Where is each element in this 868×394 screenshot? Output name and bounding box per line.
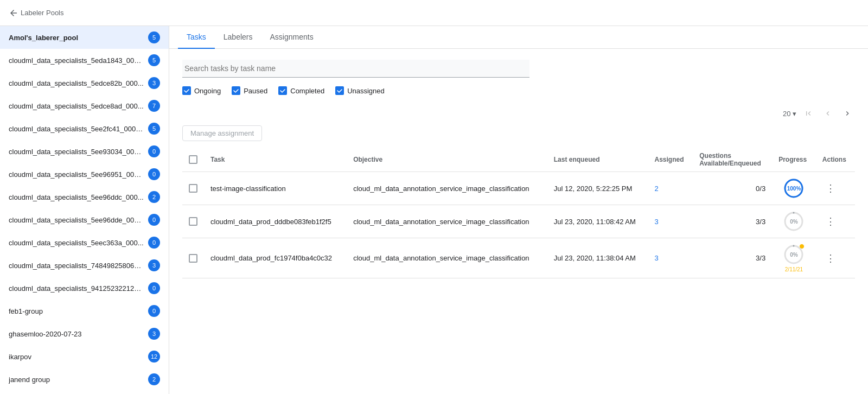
sidebar-item-badge: 0	[148, 214, 160, 226]
sidebar-item-badge: 0	[148, 145, 160, 157]
first-page-button[interactable]	[801, 106, 816, 121]
content-area: TasksLabelersAssignments Ongoing Paused …	[169, 26, 868, 394]
sidebar-item-badge: 0	[148, 168, 160, 180]
last-enqueued-column-header: Last enqueued	[547, 148, 648, 172]
back-button[interactable]: Labeler Pools	[9, 8, 64, 18]
sidebar-item-badge: 0	[148, 237, 160, 249]
filter-completed[interactable]: Completed	[278, 86, 324, 95]
search-input[interactable]	[182, 60, 529, 78]
tabs: TasksLabelersAssignments	[169, 26, 868, 49]
filter-ongoing[interactable]: Ongoing	[182, 86, 221, 95]
row-checkbox[interactable]	[189, 217, 197, 226]
back-label: Labeler Pools	[21, 9, 64, 17]
assigned-cell: 3	[648, 205, 693, 238]
sidebar-item[interactable]: cloudml_data_specialists_5edce8ad_000...…	[0, 94, 169, 117]
sidebar: Amol's_laberer_pool 5 cloudml_data_speci…	[0, 26, 169, 394]
sidebar-item-badge: 5	[148, 123, 160, 135]
filter-checkbox[interactable]	[182, 86, 191, 95]
last-enqueued-cell: Jul 23, 2020, 11:38:04 AM	[547, 238, 648, 278]
sidebar-item[interactable]: cloudml_data_specialists_5edce82b_000...…	[0, 72, 169, 94]
tab-labelers[interactable]: Labelers	[215, 26, 261, 49]
sidebar-item[interactable]: ikarpov 12	[0, 345, 169, 368]
task-name-cell: cloudml_data_prod_fc1974f0ba4c0c32	[204, 238, 347, 278]
row-checkbox-cell	[182, 172, 204, 205]
sidebar-item[interactable]: cloudml_data_specialists_5eda1843_000...…	[0, 49, 169, 72]
sidebar-item-name: cloudml_data_specialists_5ee93034_000...	[9, 148, 148, 156]
assigned-link[interactable]: 2	[654, 185, 658, 193]
assigned-cell: 3	[648, 238, 693, 278]
prev-page-button[interactable]	[820, 106, 835, 121]
filter-unassigned[interactable]: Unassigned	[335, 86, 385, 95]
row-checkbox-cell	[182, 205, 204, 238]
actions-cell: ⋮	[816, 238, 855, 278]
sidebar-item[interactable]: feb1-group 0	[0, 300, 169, 322]
last-enqueued-cell: Jul 12, 2020, 5:22:25 PM	[547, 172, 648, 205]
row-checkbox[interactable]	[189, 254, 197, 263]
assigned-link[interactable]: 3	[654, 254, 658, 262]
pagination-controls: 20 ▾	[182, 104, 855, 125]
progress-cell: 100%	[772, 172, 816, 205]
sidebar-item-badge: 7	[148, 100, 160, 112]
sidebar-item[interactable]: cloudml_data_specialists_5ee93034_000...…	[0, 140, 169, 163]
table-row: cloudml_data_prod_fc1974f0ba4c0c32 cloud…	[182, 238, 855, 278]
task-name-cell: test-image-classification	[204, 172, 347, 205]
sidebar-item-name: cloudml_data_specialists_5ee96ddc_000...	[9, 193, 148, 201]
row-checkbox[interactable]	[189, 184, 197, 193]
sidebar-item[interactable]: ghasemloo-2020-07-23 3	[0, 322, 169, 345]
tab-assignments[interactable]: Assignments	[261, 26, 322, 49]
assigned-column-header: Assigned	[648, 148, 693, 172]
sidebar-item-name: janend group	[9, 376, 148, 384]
sidebar-item[interactable]: cloudml_data_specialists_5ee96dde_000...…	[0, 208, 169, 231]
objective-cell: cloud_ml_data_annotation_service_image_c…	[347, 238, 547, 278]
sidebar-item-badge: 5	[148, 54, 160, 66]
sidebar-item[interactable]: janend_group 0	[0, 391, 169, 394]
sidebar-item[interactable]: cloudml_data_specialists_941252322120...…	[0, 277, 169, 300]
sidebar-item[interactable]: cloudml_data_specialists_5ee96951_000...…	[0, 163, 169, 186]
filter-label: Unassigned	[347, 87, 385, 95]
tab-tasks[interactable]: Tasks	[178, 26, 215, 49]
filter-label: Completed	[290, 87, 324, 95]
sidebar-item-name: ikarpov	[9, 353, 148, 361]
filter-checkbox[interactable]	[335, 86, 344, 95]
filter-checkbox[interactable]	[278, 86, 287, 95]
row-actions-button[interactable]: ⋮	[822, 213, 839, 230]
sidebar-item-name: cloudml_data_specialists_5eec363a_000...	[9, 239, 148, 247]
top-bar: Labeler Pools	[0, 0, 868, 26]
progress-column-header: Progress	[772, 148, 816, 172]
assigned-cell: 2	[648, 172, 693, 205]
assigned-link[interactable]: 3	[654, 218, 658, 226]
select-all-checkbox[interactable]	[189, 155, 197, 164]
manage-assignment-button[interactable]: Manage assignment	[182, 125, 262, 141]
filter-label: Ongoing	[194, 87, 221, 95]
sidebar-item-name: cloudml_data_specialists_941252322120...	[9, 284, 148, 293]
sidebar-item-badge: 3	[148, 259, 160, 271]
sidebar-item-name: cloudml_data_specialists_748498258068...	[9, 262, 148, 270]
next-page-button[interactable]	[840, 106, 855, 121]
filter-paused[interactable]: Paused	[232, 86, 267, 95]
sidebar-item[interactable]: cloudml_data_specialists_748498258068...…	[0, 254, 169, 277]
progress-cell: 0%	[772, 205, 816, 238]
row-actions-button[interactable]: ⋮	[822, 250, 839, 266]
row-actions-button[interactable]: ⋮	[822, 180, 839, 196]
row-checkbox-cell	[182, 238, 204, 278]
page-size-label: 20 ▾	[783, 110, 796, 118]
sidebar-item-badge: 3	[148, 77, 160, 89]
table-row: test-image-classification cloud_ml_data_…	[182, 172, 855, 205]
sidebar-item-name: cloudml_data_specialists_5eda1843_000...	[9, 56, 148, 65]
sidebar-item-name: ghasemloo-2020-07-23	[9, 330, 148, 338]
sidebar-item[interactable]: janend group 2	[0, 368, 169, 391]
sidebar-item[interactable]: cloudml_data_specialists_5ee96ddc_000...…	[0, 186, 169, 208]
page-size-select[interactable]: 20 ▾	[783, 110, 796, 118]
sidebar-item[interactable]: cloudml_data_specialists_5ee2fc41_0000..…	[0, 117, 169, 140]
sidebar-item[interactable]: cloudml_data_specialists_5eec363a_000...…	[0, 231, 169, 254]
questions-cell: 3/3	[693, 238, 772, 278]
filter-checkbox[interactable]	[232, 86, 240, 95]
sidebar-item-name: cloudml_data_specialists_5ee96dde_000...	[9, 216, 148, 224]
sidebar-item-badge: 0	[148, 305, 160, 317]
sidebar-item-name: cloudml_data_specialists_5ee2fc41_0000..…	[9, 125, 148, 133]
actions-column-header: Actions	[816, 148, 855, 172]
sidebar-item[interactable]: Amol's_laberer_pool 5	[0, 26, 169, 49]
sidebar-item-badge: 12	[148, 351, 160, 363]
actions-cell: ⋮	[816, 172, 855, 205]
objective-cell: cloud_ml_data_annotation_service_image_c…	[347, 205, 547, 238]
